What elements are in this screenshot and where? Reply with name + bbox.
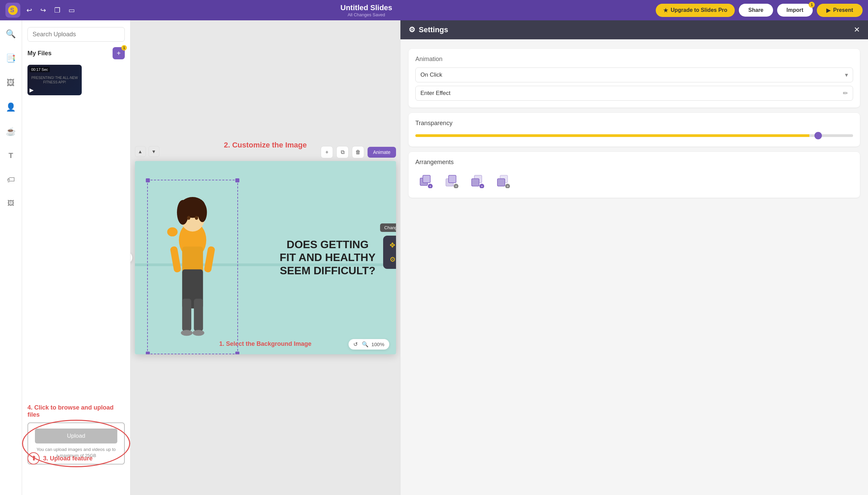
svg-rect-16: [203, 246, 215, 273]
slide-up-button[interactable]: ▲: [135, 146, 146, 157]
svg-point-17: [167, 227, 178, 236]
sidebar-item-person[interactable]: 👤: [3, 100, 19, 115]
element-toolbar-popup: Change Color ✥ 🎨 ⚙ 🗑: [383, 236, 396, 269]
add-file-button[interactable]: + 1: [113, 47, 125, 59]
svg-rect-19: [423, 175, 430, 183]
svg-point-12: [198, 202, 207, 222]
sidebar-item-image[interactable]: 🖼: [4, 75, 18, 90]
video-label: PRESENTING! THE ALL-NEW FITNESS APP!: [28, 74, 82, 86]
svg-text:+: +: [429, 184, 431, 188]
import-badge: 1: [809, 2, 815, 8]
plus-icon: +: [117, 50, 121, 57]
canvas-container: 2. Customize the Image ▲ ▼ + ⧉ 🗑 Animate…: [135, 161, 396, 354]
slider-track: [415, 134, 853, 137]
character-area: [149, 182, 237, 354]
sidebar-item-search[interactable]: 🔍: [3, 27, 19, 41]
upload-btn-area[interactable]: Upload You can upload images and videos …: [28, 423, 125, 464]
animation-label: Animation: [415, 56, 853, 63]
my-files-title: My Files: [28, 50, 52, 57]
gear-icon: ⚙: [409, 25, 415, 34]
video-play-icon: ▶: [30, 87, 34, 93]
star-icon: ★: [663, 7, 668, 14]
slide-text-line3: SEEM DIFFICULT?: [280, 264, 376, 277]
move-icon-button[interactable]: ✥: [387, 239, 396, 251]
import-button[interactable]: Import 1: [777, 4, 813, 17]
sidebar-item-badge[interactable]: 🏷: [4, 172, 18, 187]
svg-text:+: +: [507, 184, 509, 188]
settings-close-button[interactable]: ✕: [854, 25, 860, 34]
add-element-button[interactable]: +: [321, 146, 333, 158]
bring-forward-icon: +: [444, 173, 459, 188]
slide-nav-top: ▲ ▼: [135, 146, 159, 157]
slide-text-line2: FIT AND HEALTHY: [280, 251, 376, 264]
settings-body: Animation On Click ▾ Enter Effect ✏ Tran…: [401, 39, 868, 207]
sidebar-item-text[interactable]: T: [6, 149, 16, 163]
svg-point-11: [177, 200, 188, 225]
sidebar-item-coffee[interactable]: ☕: [3, 124, 19, 139]
sidebar-item-slides[interactable]: 📑: [3, 51, 19, 66]
arrangements-section: Arrangements +: [409, 152, 860, 198]
on-click-select[interactable]: On Click ▾: [415, 67, 853, 82]
svg-point-8: [192, 330, 204, 336]
app-logo[interactable]: S: [5, 3, 20, 18]
transparency-label: Transparency: [415, 120, 853, 127]
on-click-label: On Click: [421, 71, 442, 78]
upload-button[interactable]: Upload: [35, 429, 117, 443]
left-sidebar: 🔍 📑 🖼 👤 ☕ T 🏷 🖼: [0, 20, 22, 495]
my-files-header: My Files + 1: [28, 47, 125, 59]
share-button[interactable]: Share: [739, 4, 773, 17]
svg-point-13: [187, 216, 190, 220]
duplicate-button[interactable]: ❐: [52, 4, 62, 16]
slide-canvas[interactable]: DOES GETTING FIT AND HEALTHY SEEM DIFFIC…: [135, 161, 396, 354]
reload-icon[interactable]: ↺: [353, 341, 358, 347]
bring-forward-button[interactable]: +: [441, 171, 461, 191]
upload-section: 4. Click to browse and upload files Uplo…: [28, 404, 125, 468]
bring-to-front-icon: +: [418, 173, 433, 188]
title-area: Untitled Slides All Changes Saved: [81, 3, 652, 17]
tooltip-change-color: Change Color: [380, 223, 396, 232]
settings-title: ⚙ Settings: [409, 25, 448, 34]
video-thumbnail[interactable]: PRESENTING! THE ALL-NEW FITNESS APP! 00:…: [28, 65, 82, 95]
zoom-control[interactable]: ↺ 🔍 100%: [348, 339, 389, 349]
character-svg: [149, 182, 237, 347]
send-to-back-button[interactable]: +: [493, 171, 513, 191]
arrangements-label: Arrangements: [415, 159, 853, 166]
redo-button[interactable]: ↪: [38, 4, 48, 16]
slide-down-button[interactable]: ▼: [149, 146, 159, 157]
copy-element-button[interactable]: ⧉: [336, 146, 348, 158]
upload-hint: You can upload images and videos up to a…: [37, 447, 116, 458]
delete-element-button[interactable]: 🗑: [352, 146, 364, 158]
upgrade-button[interactable]: ★ Upgrade to Slides Pro: [656, 4, 735, 17]
transparency-slider-area: [415, 132, 853, 140]
present-play-icon: ▶: [826, 7, 830, 14]
slider-thumb[interactable]: [814, 132, 822, 139]
svg-rect-23: [448, 175, 456, 183]
svg-point-14: [194, 216, 198, 220]
undo-button[interactable]: ↩: [24, 4, 34, 16]
enter-effect-label: Enter Effect: [421, 90, 450, 97]
document-title[interactable]: Untitled Slides: [340, 3, 392, 12]
settings-panel: ⚙ Settings ✕ Animation On Click ▾ Enter …: [400, 20, 868, 495]
topbar-actions: ★ Upgrade to Slides Pro Share Import 1 ▶…: [656, 4, 863, 17]
more-button[interactable]: ▭: [66, 4, 77, 16]
present-button[interactable]: ▶ Present: [817, 4, 863, 17]
svg-rect-6: [193, 299, 203, 331]
svg-text:S: S: [10, 7, 14, 14]
arrangements-row: + +: [415, 171, 853, 191]
send-backward-button[interactable]: +: [467, 171, 487, 191]
settings-icon-button[interactable]: ⚙: [387, 253, 396, 266]
svg-point-7: [181, 330, 192, 336]
bring-to-front-button[interactable]: +: [415, 171, 436, 191]
sidebar-item-gallery[interactable]: 🖼: [5, 197, 17, 210]
slide-nav-left[interactable]: ◀: [131, 252, 132, 264]
svg-rect-15: [170, 246, 181, 273]
add-file-badge: 1: [121, 45, 127, 51]
main-canvas-area: 2. Customize the Image ▲ ▼ + ⧉ 🗑 Animate…: [131, 20, 400, 495]
animate-button[interactable]: Animate: [368, 147, 396, 158]
enter-effect-row[interactable]: Enter Effect ✏: [415, 86, 853, 101]
svg-text:+: +: [455, 184, 457, 188]
search-uploads-input[interactable]: [28, 27, 125, 42]
svg-rect-31: [497, 179, 505, 186]
chevron-down-icon: ▾: [845, 71, 848, 79]
slide-text-line1: DOES GETTING: [280, 238, 376, 251]
